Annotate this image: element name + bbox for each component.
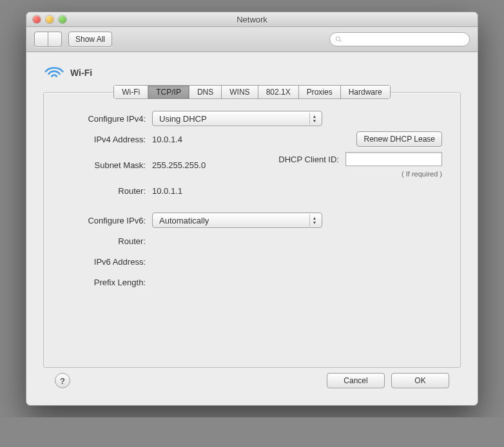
tab-tcpip[interactable]: TCP/IP [148, 85, 189, 99]
configure-ipv4-value: Using DHCP [159, 114, 207, 124]
toolbar: Show All [26, 27, 478, 52]
label-ipv6-address: IPv6 Address: [62, 257, 152, 267]
label-prefix-length: Prefix Length: [62, 278, 152, 287]
router-value: 10.0.1.1 [152, 186, 182, 196]
sheet-footer: ? Cancel OK [43, 368, 461, 399]
label-ipv6-router: Router: [62, 236, 152, 246]
minimize-icon[interactable] [46, 15, 53, 23]
service-header: Wi-Fi [43, 61, 461, 88]
service-name: Wi-Fi [70, 68, 92, 78]
search-icon [335, 35, 342, 43]
forward-button[interactable] [48, 32, 62, 47]
tab-dns[interactable]: DNS [189, 85, 221, 99]
content-area: Wi-Fi Wi-Fi TCP/IP DNS WINS 802.1X Proxi… [26, 52, 478, 405]
svg-line-1 [340, 40, 342, 42]
show-all-button[interactable]: Show All [68, 32, 112, 47]
if-required-note: ( If required ) [402, 170, 442, 178]
label-dhcp-client-id: DHCP Client ID: [278, 155, 339, 164]
tabs: Wi-Fi TCP/IP DNS WINS 802.1X Proxies Har… [113, 85, 390, 99]
help-button[interactable]: ? [55, 373, 70, 388]
label-configure-ipv6: Configure IPv6: [62, 216, 152, 225]
tab-hardware[interactable]: Hardware [340, 85, 391, 99]
search-field[interactable] [329, 32, 470, 46]
tab-proxies[interactable]: Proxies [298, 85, 340, 99]
window-controls [26, 15, 66, 23]
dropdown-arrows-icon: ▲▼ [309, 214, 319, 226]
tab-wins[interactable]: WINS [221, 85, 257, 99]
svg-point-0 [336, 37, 340, 41]
tcpip-panel: Configure IPv4: Using DHCP ▲▼ IPv4 Addre… [43, 92, 461, 368]
ipv4-address-value: 10.0.1.4 [152, 135, 182, 144]
ok-button[interactable]: OK [391, 373, 449, 388]
window-title: Network [26, 15, 478, 24]
renew-dhcp-lease-button[interactable]: Renew DHCP Lease [356, 131, 442, 147]
tab-8021x[interactable]: 802.1X [258, 85, 298, 99]
nav-segment [34, 32, 62, 47]
titlebar: Network [26, 12, 478, 27]
tab-wifi[interactable]: Wi-Fi [113, 85, 148, 99]
label-subnet-mask: Subnet Mask: [62, 160, 152, 170]
configure-ipv6-value: Automatically [159, 216, 209, 225]
label-router: Router: [62, 186, 152, 196]
network-preferences-window: Network Show All Wi- [26, 12, 478, 406]
search-input[interactable] [345, 34, 464, 44]
label-configure-ipv4: Configure IPv4: [62, 114, 152, 124]
close-icon[interactable] [33, 15, 41, 23]
subnet-mask-value: 255.255.255.0 [152, 160, 206, 170]
configure-ipv4-select[interactable]: Using DHCP ▲▼ [152, 111, 322, 126]
cancel-button[interactable]: Cancel [327, 373, 385, 388]
dhcp-client-id-input[interactable] [345, 152, 442, 166]
wifi-icon [44, 64, 64, 81]
back-button[interactable] [34, 32, 48, 47]
label-ipv4-address: IPv4 Address: [62, 135, 152, 144]
zoom-icon[interactable] [59, 15, 66, 23]
configure-ipv6-select[interactable]: Automatically ▲▼ [152, 213, 322, 228]
dropdown-arrows-icon: ▲▼ [309, 113, 319, 124]
